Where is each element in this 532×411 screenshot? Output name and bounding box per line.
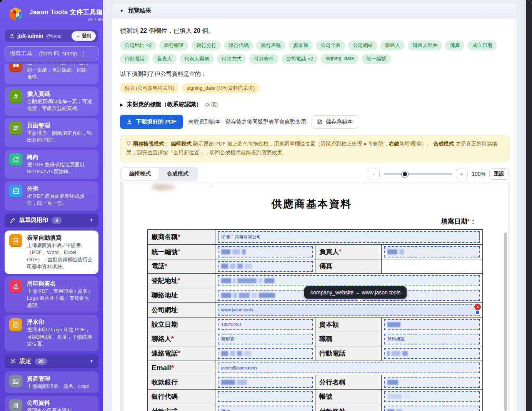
mode-tabs: 編輯模式合成模式 <box>120 167 198 181</box>
field-drag-box[interactable] <box>384 319 480 330</box>
field-value: 節省工具箱有限公司 <box>221 234 261 240</box>
logout-button[interactable]: ← 登出 <box>72 31 96 41</box>
field-drag-box[interactable] <box>384 377 480 388</box>
field-drag-box[interactable] <box>218 377 313 388</box>
field-cell <box>382 245 482 259</box>
field-drag-box[interactable] <box>218 275 480 286</box>
redacted-value-block <box>387 394 402 399</box>
field-cell <box>215 274 482 288</box>
field-label-cell: 銀行代碼 <box>148 390 215 404</box>
field-drag-box[interactable]: 節省工具箱有限公司 <box>218 231 480 243</box>
mode-tab-編輯模式[interactable]: 編輯模式 <box>121 168 159 180</box>
tool-title: 公司資料 <box>27 399 94 407</box>
sidebar-tool-表單自動填寫[interactable]: 表單自動填寫上傳廠商資料表 / 申請書（PDF、Word、Excel、ODF），… <box>5 231 98 274</box>
field-label-cell: 分行名稱 <box>315 375 382 389</box>
user-icon <box>9 33 15 39</box>
field-drag-box[interactable]: jason@jason.tools <box>218 363 480 373</box>
pdf-form-table: 廠商名稱*節省工具箱有限公司統一編號*負責人*電話*傳真登記地址*聯絡地址公司網… <box>147 229 483 411</box>
sidebar-tool-浮水印[interactable]: 浮水印把浮水印 / Logo 印進 PDF，可調透明度、角度，平鋪或指定位置。 <box>5 315 98 351</box>
unmapped-labels-toggle[interactable]: ▶ 未對應的標籤（教系統認識） (3 項) <box>120 101 509 108</box>
tool-desc: 把 PDF 整份或指定頁面以 90/180/270 度旋轉。 <box>27 161 94 175</box>
table-row: 聯絡人*鄭郁霖職稱技術總監 <box>148 332 482 346</box>
save-icon <box>317 119 323 125</box>
mode-tab-合成模式[interactable]: 合成模式 <box>159 168 197 180</box>
section-fill-and-stamp[interactable]: 填單與用印 3 ▼ <box>5 214 98 227</box>
field-drag-box[interactable] <box>218 261 313 272</box>
field-cell <box>215 346 315 361</box>
redacted-value-block <box>245 264 252 269</box>
tool-title: 用印與簽名 <box>27 280 94 287</box>
field-label-cell: 職稱 <box>315 332 382 346</box>
zoom-out-button[interactable]: - <box>368 169 380 179</box>
sidebar-tool-用印與簽名[interactable]: 用印與簽名上傳 PDF，套用印章 / 簽名 / Logo 圖片並下載；支援批次處… <box>5 276 98 313</box>
field-label-cell: 統一編號* <box>148 245 215 259</box>
sidebar-tool-nup[interactable]: 把 2/4/6/8/9/16 頁 PDF 合併到一張紙；自訂版面、間距、邊框。 <box>5 64 98 84</box>
download-filled-pdf-button[interactable]: 下載填好的 PDF <box>120 115 183 129</box>
tool-title: 頁面整理 <box>27 122 94 129</box>
sidebar-tool-插入頁碼[interactable]: #插入頁碼自動把頁碼印進每一頁；可選位置、字級與起始頁碼。 <box>5 87 98 116</box>
preview-result-header[interactable]: ▼ 預覽結果 <box>112 3 517 18</box>
zoom-slider[interactable] <box>384 169 452 179</box>
field-chip: 銀行帳號 <box>159 40 188 50</box>
pdf-page: 供應商基本資料 填寫日期*： 廠商名稱*節省工具箱有限公司統一編號*負責人*電話… <box>123 182 500 411</box>
zoom-slider-knob[interactable] <box>402 171 408 177</box>
zoom-in-button[interactable]: + <box>456 169 468 179</box>
field-chip: 銀行分行 <box>192 40 221 50</box>
field-drag-box[interactable] <box>218 246 313 257</box>
field-label-cell: 帳號 <box>315 390 382 404</box>
redacted-value-block <box>258 278 262 283</box>
redacted-value-block <box>242 249 246 254</box>
field-drag-box[interactable]: 匯款 <box>218 406 313 411</box>
sidebar-tool-頁面整理[interactable]: 頁面整理重新排序、刪除指定頁面，輸出新的 PDF。 <box>5 118 98 147</box>
sidebar-header: Jason Tools 文件工具箱 v1.1.46 <box>0 0 103 26</box>
redacted-value-block <box>230 264 235 269</box>
sidebar-tool-轉向[interactable]: 轉向把 PDF 整份或指定頁面以 90/180/270 度旋轉。 <box>5 150 98 179</box>
table-row: 付款方式匯款付款條件 <box>148 404 482 411</box>
field-cell <box>382 375 482 389</box>
empty-field-chip: signing_date (公司資料尚未填) <box>182 83 259 93</box>
window-scrollbar-edge[interactable] <box>526 0 532 411</box>
tool-desc: 把浮水印 / Logo 印進 PDF，可調透明度、角度，平鋪或指定位置。 <box>27 326 94 348</box>
field-label-cell: 負責人* <box>315 245 382 259</box>
field-chip: 付款條件 <box>249 54 279 64</box>
field-label-cell: Email* <box>148 361 215 375</box>
field-label-cell: 資本額 <box>315 317 382 332</box>
field-cell: 節省工具箱有限公司 <box>215 230 482 244</box>
field-drag-box[interactable] <box>218 348 313 359</box>
detection-summary: 偵測到 22 個欄位，已填入 20 個。 <box>120 27 509 35</box>
field-drag-box[interactable]: 技術總監 <box>384 334 480 344</box>
field-drag-box[interactable]: www.jason.tools <box>218 304 480 316</box>
table-row: 連絡電話*行動電話 <box>148 346 482 361</box>
save-as-template-button[interactable]: 儲存為範本 <box>312 115 358 129</box>
redacted-value-block <box>237 380 247 385</box>
field-drag-box[interactable] <box>384 246 480 257</box>
redacted-value-block <box>221 351 228 356</box>
section-settings[interactable]: 設定 20 ▼ <box>5 354 98 368</box>
preview-scrollbar-thumb[interactable] <box>504 232 507 411</box>
redacted-value-block <box>404 394 412 399</box>
table-row: 統一編號*負責人* <box>148 245 482 259</box>
delete-field-badge[interactable]: ✕ <box>474 303 482 311</box>
field-chip: 公司地址 ×2 <box>120 40 156 50</box>
sidebar-tool-公司資料[interactable]: 公司資料管理多公司基本資料 <box>5 396 98 411</box>
clipboard-icon <box>9 234 22 247</box>
search-input[interactable] <box>5 46 98 60</box>
field-cell <box>382 390 482 404</box>
zoom-reset-button[interactable]: 重設 <box>489 168 509 180</box>
panel-title: 預覽結果 <box>128 7 151 14</box>
field-drag-box[interactable] <box>384 348 480 359</box>
zoom-value: 100% <box>472 171 485 177</box>
table-row: 廠商名稱*節省工具箱有限公司 <box>148 230 482 245</box>
field-drag-box[interactable]: 108/12/30 <box>218 319 313 330</box>
field-drag-box[interactable]: 鄭郁霖 <box>218 334 313 344</box>
field-drag-box[interactable] <box>384 391 480 402</box>
sidebar-tool-分拆[interactable]: 分拆把 PDF 依頁面範圍切成多份，或一頁一份。 <box>5 181 98 211</box>
table-row: 設立日期108/12/30資本額 <box>148 317 482 332</box>
sidebar-tool-資產管理[interactable]: 資產管理上傳/編輯印章、簽名、Logo <box>5 371 98 394</box>
field-drag-box[interactable] <box>218 391 313 402</box>
field-cell: 技術總監 <box>382 332 482 346</box>
field-value: www.jason.tools <box>221 307 253 312</box>
image-icon <box>9 375 22 388</box>
field-drag-box[interactable] <box>384 406 480 411</box>
field-chip: 銀行名稱 <box>256 40 285 50</box>
